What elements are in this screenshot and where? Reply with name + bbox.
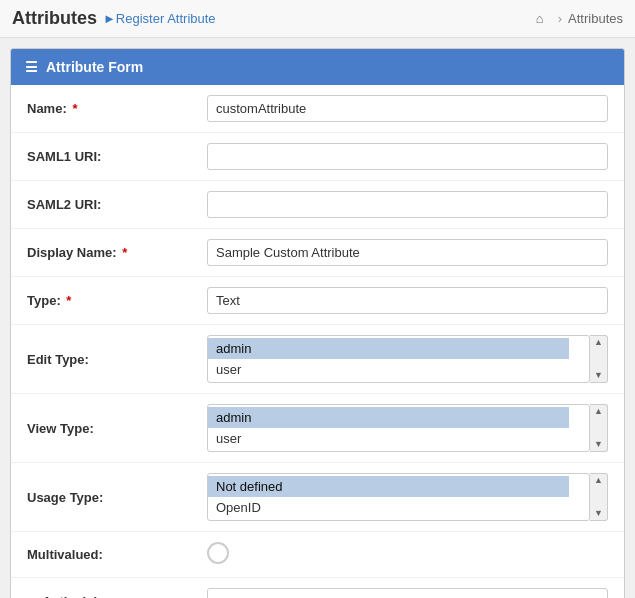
type-required: *	[66, 293, 71, 308]
view-scroll-up-arrow: ▲	[594, 407, 603, 416]
usage-type-select[interactable]: Not defined OpenID	[207, 473, 590, 521]
oxauth-row: oxAuth claim name:	[11, 578, 624, 598]
name-label: Name: *	[27, 101, 207, 116]
breadcrumb-current: Attributes	[568, 11, 623, 26]
multivalued-row: Multivalued:	[11, 532, 624, 578]
usage-type-row: Usage Type: Not defined OpenID ▲ ▼	[11, 463, 624, 532]
header-right: ⌂ › Attributes	[536, 11, 623, 27]
usage-scroll-down-arrow: ▼	[594, 509, 603, 518]
header-left: Attributes ►Register Attribute	[12, 8, 216, 29]
type-input[interactable]	[207, 287, 608, 314]
view-scroll-down-arrow: ▼	[594, 440, 603, 449]
usage-type-select-wrap: Not defined OpenID ▲ ▼	[207, 473, 608, 521]
saml2-row: SAML2 URI:	[11, 181, 624, 229]
saml1-input-wrap	[207, 143, 608, 170]
multivalued-label: Multivalued:	[27, 547, 207, 562]
view-type-row: View Type: admin user ▲ ▼	[11, 394, 624, 463]
name-row: Name: *	[11, 85, 624, 133]
oxauth-input-wrap	[207, 588, 608, 598]
saml1-input[interactable]	[207, 143, 608, 170]
view-type-select[interactable]: admin user	[207, 404, 590, 452]
main-content: ☰ Attribute Form Name: * SAML1 URI:	[0, 38, 635, 598]
edit-type-label: Edit Type:	[27, 352, 207, 367]
usage-type-label: Usage Type:	[27, 490, 207, 505]
name-required: *	[72, 101, 77, 116]
name-input-wrap	[207, 95, 608, 122]
attribute-form-card: ☰ Attribute Form Name: * SAML1 URI:	[10, 48, 625, 598]
scroll-up-arrow: ▲	[594, 338, 603, 347]
display-name-input-wrap	[207, 239, 608, 266]
edit-type-select-wrap: admin user ▲ ▼	[207, 335, 608, 383]
saml1-row: SAML1 URI:	[11, 133, 624, 181]
view-type-select-wrap: admin user ▲ ▼	[207, 404, 608, 452]
multivalued-toggle[interactable]	[207, 542, 229, 564]
form-card-title: Attribute Form	[46, 59, 143, 75]
oxauth-input[interactable]	[207, 588, 608, 598]
type-label: Type: *	[27, 293, 207, 308]
saml2-label: SAML2 URI:	[27, 197, 207, 212]
page-header: Attributes ►Register Attribute ⌂ › Attri…	[0, 0, 635, 38]
type-input-wrap	[207, 287, 608, 314]
display-name-label: Display Name: *	[27, 245, 207, 260]
saml1-label: SAML1 URI:	[27, 149, 207, 164]
edit-type-row: Edit Type: admin user ▲ ▼	[11, 325, 624, 394]
list-icon: ☰	[25, 59, 38, 75]
edit-type-scrollbar: ▲ ▼	[590, 335, 608, 383]
view-type-scrollbar: ▲ ▼	[590, 404, 608, 452]
edit-type-select[interactable]: admin user	[207, 335, 590, 383]
scroll-down-arrow: ▼	[594, 371, 603, 380]
usage-type-scrollbar: ▲ ▼	[590, 473, 608, 521]
multivalued-toggle-wrap	[207, 542, 608, 567]
usage-scroll-up-arrow: ▲	[594, 476, 603, 485]
nav-arrow: ›	[558, 11, 562, 26]
display-name-required: *	[122, 245, 127, 260]
display-name-row: Display Name: *	[11, 229, 624, 277]
name-input[interactable]	[207, 95, 608, 122]
form-card-header: ☰ Attribute Form	[11, 49, 624, 85]
usage-type-select-wrapper: Not defined OpenID ▲ ▼	[207, 473, 608, 521]
oxauth-label: oxAuth claim name:	[27, 594, 207, 598]
page-title: Attributes	[12, 8, 97, 29]
view-type-select-wrapper: admin user ▲ ▼	[207, 404, 608, 452]
saml2-input-wrap	[207, 191, 608, 218]
display-name-input[interactable]	[207, 239, 608, 266]
saml2-input[interactable]	[207, 191, 608, 218]
type-row: Type: *	[11, 277, 624, 325]
edit-type-select-wrapper: admin user ▲ ▼	[207, 335, 608, 383]
breadcrumb-register[interactable]: ►Register Attribute	[103, 11, 216, 26]
view-type-label: View Type:	[27, 421, 207, 436]
home-icon[interactable]: ⌂	[536, 11, 552, 27]
form-body: Name: * SAML1 URI: SAML2 URI:	[11, 85, 624, 598]
